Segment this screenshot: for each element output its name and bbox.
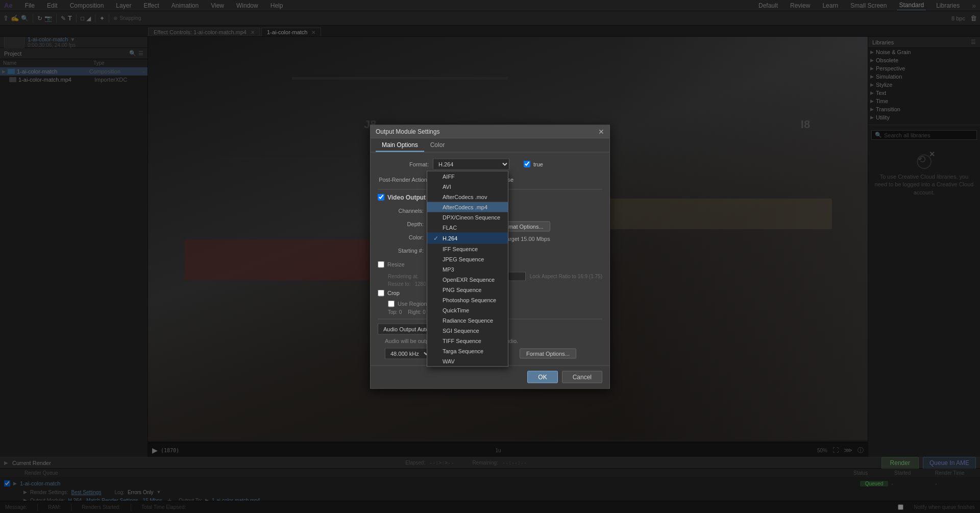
dropdown-label-17: TIFF Sequence [443, 337, 481, 344]
dropdown-item-iff[interactable]: IFF Sequence [427, 243, 508, 254]
modal-title: Output Module Settings [376, 128, 439, 135]
dropdown-label: AIFF [443, 173, 455, 179]
checkmark-icon-7: ✓ [433, 234, 439, 241]
dropdown-label-2: AVI [443, 183, 451, 189]
modal-tabs: Main Options Color [371, 138, 609, 152]
crop-label: Crop [387, 290, 400, 296]
rendering-at-label: Rendering at: [388, 274, 419, 279]
audio-khz-select[interactable]: 48.000 kHz [385, 348, 431, 359]
dropdown-label-8: IFF Sequence [443, 246, 478, 252]
audio-format-options-btn[interactable]: Format Options... [520, 348, 576, 358]
dropdown-item-h264[interactable]: ✓ H.264 [427, 232, 508, 243]
dropdown-label-4: AfterCodecs .mp4 [443, 204, 487, 210]
dropdown-item-aftercodecs-mp4[interactable]: AfterCodecs .mp4 [427, 202, 508, 212]
format-label: Format: [378, 161, 429, 167]
right-label: Right: 0 [408, 309, 425, 314]
modal-titlebar: Output Module Settings ✕ [371, 125, 609, 138]
include-project-link-label: true [533, 161, 543, 167]
include-project-link-checkbox[interactable] [524, 161, 530, 167]
dropdown-item-aftercodecs-mov[interactable]: AfterCodecs .mov [427, 191, 508, 202]
dropdown-label-3: AfterCodecs .mov [443, 193, 487, 200]
dropdown-label-11: OpenEXR Sequence [443, 276, 495, 282]
resize-checkbox[interactable] [378, 261, 384, 267]
dropdown-item-flac[interactable]: FLAC [427, 222, 508, 232]
dropdown-item-jpeg[interactable]: JPEG Sequence [427, 254, 508, 264]
dropdown-label-19: WAV [443, 358, 455, 364]
post-render-label: Post-Render Action: [378, 176, 429, 182]
dropdown-label-12: PNG Sequence [443, 286, 481, 292]
dropdown-item-quicktime[interactable]: QuickTime [427, 305, 508, 315]
video-output-checkbox[interactable] [378, 194, 384, 201]
dropdown-item-tiff[interactable]: TIFF Sequence [427, 335, 508, 346]
top-label: Top: 0 [388, 309, 402, 314]
dropdown-label-9: JPEG Sequence [443, 256, 484, 262]
crop-checkbox[interactable] [378, 289, 384, 296]
format-dropdown-menu: AIFF AVI AfterCodecs .mov AfterCodecs .m… [427, 170, 508, 367]
tab-main-options[interactable]: Main Options [376, 138, 424, 152]
dropdown-item-photoshop[interactable]: Photoshop Sequence [427, 295, 508, 305]
cancel-button[interactable]: Cancel [562, 371, 602, 383]
dropdown-label-10: MP3 [443, 266, 454, 272]
resize-label: Resize [387, 261, 405, 267]
format-row: Format: H.264 true [378, 158, 602, 169]
dropdown-item-targa[interactable]: Targa Sequence [427, 346, 508, 356]
dropdown-item-mp3[interactable]: MP3 [427, 264, 508, 274]
video-output-label: Video Output [387, 193, 426, 201]
dropdown-label-18: Targa Sequence [443, 348, 483, 354]
dropdown-label-5: DPX/Cineon Sequence [443, 214, 500, 220]
project-link-row: true [524, 161, 543, 167]
dropdown-label-16: SGI Sequence [443, 327, 479, 333]
dropdown-item-sgi[interactable]: SGI Sequence [427, 325, 508, 335]
starting-label: Starting #: [388, 247, 424, 253]
modal-footer: OK Cancel [371, 365, 609, 388]
color-label: Color: [388, 234, 424, 240]
resize-target-label: Resize to: [388, 281, 410, 286]
dropdown-item-png[interactable]: PNG Sequence [427, 284, 508, 295]
modal-close-button[interactable]: ✕ [598, 128, 604, 135]
format-selector-container: H.264 [433, 158, 509, 169]
format-select[interactable]: H.264 [433, 158, 509, 169]
dropdown-item-wav[interactable]: WAV [427, 356, 508, 366]
dropdown-item-radiance[interactable]: Radiance Sequence [427, 315, 508, 325]
output-module-settings-dialog: Output Module Settings ✕ Main Options Co… [370, 125, 610, 388]
depth-label: Depth: [388, 221, 424, 227]
dropdown-item-aiff[interactable]: AIFF [427, 171, 508, 181]
dropdown-label-6: FLAC [443, 224, 457, 230]
modal-overlay: Output Module Settings ✕ Main Options Co… [0, 0, 980, 513]
dropdown-item-openexr[interactable]: OpenEXR Sequence [427, 274, 508, 284]
dropdown-item-dpx[interactable]: DPX/Cineon Sequence [427, 212, 508, 222]
dropdown-item-avi[interactable]: AVI [427, 181, 508, 191]
lock-ratio-label: Lock Aspect Ratio to 16:9 (1.75) [530, 274, 602, 279]
dropdown-label-13: Photoshop Sequence [443, 297, 496, 303]
dropdown-label-7: H.264 [443, 235, 457, 241]
modal-content: Format: H.264 true Post-Render Action: N… [371, 152, 609, 365]
ok-button[interactable]: OK [527, 371, 557, 383]
dropdown-label-15: Radiance Sequence [443, 317, 493, 323]
channels-label: Channels: [388, 207, 424, 213]
tab-color[interactable]: Color [424, 138, 451, 152]
use-region-checkbox[interactable] [388, 300, 395, 307]
dropdown-label-14: QuickTime [443, 307, 469, 313]
